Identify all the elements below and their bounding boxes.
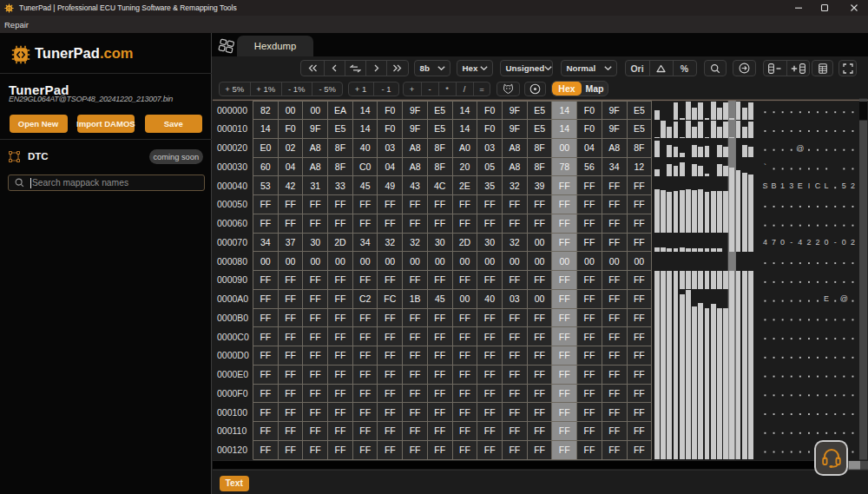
svg-text:F0: F0: [484, 123, 495, 134]
svg-text:82: 82: [260, 105, 271, 115]
svg-text:FF: FF: [335, 369, 346, 379]
svg-text:FF: FF: [434, 199, 445, 209]
svg-text:FF: FF: [285, 350, 296, 360]
svg-text:FF: FF: [310, 199, 321, 209]
svg-text:A8: A8: [410, 161, 421, 172]
svg-text:12: 12: [635, 161, 645, 172]
svg-text:04: 04: [286, 161, 296, 172]
svg-text:9F: 9F: [609, 123, 620, 134]
svg-text:FF: FF: [509, 407, 520, 418]
svg-text:FF: FF: [310, 218, 321, 228]
svg-text:FF: FF: [385, 388, 396, 398]
svg-text:00: 00: [286, 256, 296, 267]
svg-text:FF: FF: [634, 407, 645, 418]
svg-text:FF: FF: [559, 293, 570, 304]
svg-text:FF: FF: [410, 425, 421, 436]
svg-text:60: 60: [260, 161, 271, 172]
svg-text:FF: FF: [359, 425, 371, 436]
svg-text:FF: FF: [484, 332, 496, 342]
svg-text:FF: FF: [608, 237, 620, 247]
svg-text:FF: FF: [509, 388, 520, 398]
svg-text:FF: FF: [559, 407, 570, 418]
svg-text:00: 00: [360, 256, 371, 267]
svg-text:FF: FF: [459, 425, 470, 436]
svg-text:2: 2: [851, 238, 855, 247]
svg-text:4C: 4C: [434, 181, 446, 191]
svg-text:FF: FF: [410, 313, 421, 323]
svg-text:00: 00: [559, 256, 569, 267]
svg-text:78: 78: [559, 161, 569, 172]
svg-text:FF: FF: [459, 313, 470, 323]
svg-text:00: 00: [609, 256, 620, 267]
svg-text:FF: FF: [335, 350, 346, 360]
svg-text:`: `: [764, 162, 766, 171]
svg-text:FF: FF: [260, 293, 271, 304]
svg-text:8F: 8F: [435, 142, 445, 153]
svg-text:00: 00: [484, 256, 495, 267]
svg-text:FF: FF: [459, 218, 470, 228]
svg-text:FF: FF: [634, 313, 645, 323]
svg-text:000080: 000080: [217, 256, 247, 267]
svg-text:000000: 000000: [217, 105, 247, 115]
svg-text:FF: FF: [459, 369, 470, 379]
svg-text:FF: FF: [335, 199, 346, 209]
svg-text:FF: FF: [634, 350, 645, 360]
svg-text:FF: FF: [310, 350, 321, 360]
svg-text:A8: A8: [608, 142, 620, 153]
svg-text:FF: FF: [310, 313, 321, 323]
svg-text:00: 00: [510, 256, 520, 267]
svg-text:00: 00: [260, 256, 271, 267]
svg-text:FF: FF: [410, 274, 421, 285]
svg-text:FF: FF: [434, 350, 445, 360]
svg-text:FF: FF: [584, 293, 595, 304]
svg-text:03: 03: [510, 293, 520, 304]
svg-text:FF: FF: [484, 425, 496, 436]
svg-text:L: L: [825, 181, 829, 190]
svg-text:E5: E5: [634, 123, 645, 134]
svg-text:FF: FF: [359, 199, 371, 209]
svg-text:FF: FF: [559, 181, 570, 191]
svg-text:FF: FF: [310, 445, 321, 455]
svg-text:FF: FF: [359, 274, 371, 285]
svg-text:FF: FF: [559, 332, 570, 342]
svg-text:FF: FF: [534, 332, 545, 342]
svg-text:FF: FF: [410, 332, 421, 342]
svg-text:FF: FF: [534, 388, 545, 398]
svg-text:FF: FF: [459, 445, 470, 455]
svg-text:FF: FF: [509, 369, 520, 379]
svg-text:FF: FF: [584, 313, 595, 323]
svg-text:FF: FF: [484, 369, 496, 379]
svg-text:E5: E5: [434, 105, 445, 115]
svg-text:FF: FF: [260, 407, 271, 418]
svg-text:F0: F0: [385, 105, 395, 115]
svg-text:FF: FF: [410, 407, 421, 418]
svg-text:8F: 8F: [534, 161, 544, 172]
svg-text:000110: 000110: [217, 425, 247, 436]
svg-text:FF: FF: [584, 445, 595, 455]
svg-text:FF: FF: [459, 332, 470, 342]
svg-text:FF: FF: [285, 425, 296, 436]
svg-text:F0: F0: [385, 123, 395, 134]
svg-text:37: 37: [286, 237, 296, 247]
svg-text:FF: FF: [335, 293, 346, 304]
svg-text:32: 32: [410, 237, 420, 247]
svg-text:000120: 000120: [217, 445, 247, 455]
svg-text:FF: FF: [260, 350, 271, 360]
svg-text:2: 2: [806, 238, 811, 247]
svg-text:FF: FF: [335, 313, 346, 323]
svg-text:@: @: [840, 294, 848, 303]
svg-text:FF: FF: [385, 407, 396, 418]
svg-text:FF: FF: [634, 274, 645, 285]
svg-text:FF: FF: [608, 274, 620, 285]
svg-text:FF: FF: [285, 199, 296, 209]
svg-text:03: 03: [385, 142, 396, 153]
svg-text:1: 1: [780, 181, 785, 190]
svg-text:14: 14: [260, 123, 271, 134]
svg-text:14: 14: [460, 123, 470, 134]
svg-text:FF: FF: [584, 274, 595, 285]
svg-text:3: 3: [789, 181, 793, 190]
svg-text:FF: FF: [310, 425, 321, 436]
svg-text:C: C: [815, 181, 821, 190]
svg-text:FF: FF: [359, 369, 371, 379]
svg-text:00: 00: [535, 293, 545, 304]
